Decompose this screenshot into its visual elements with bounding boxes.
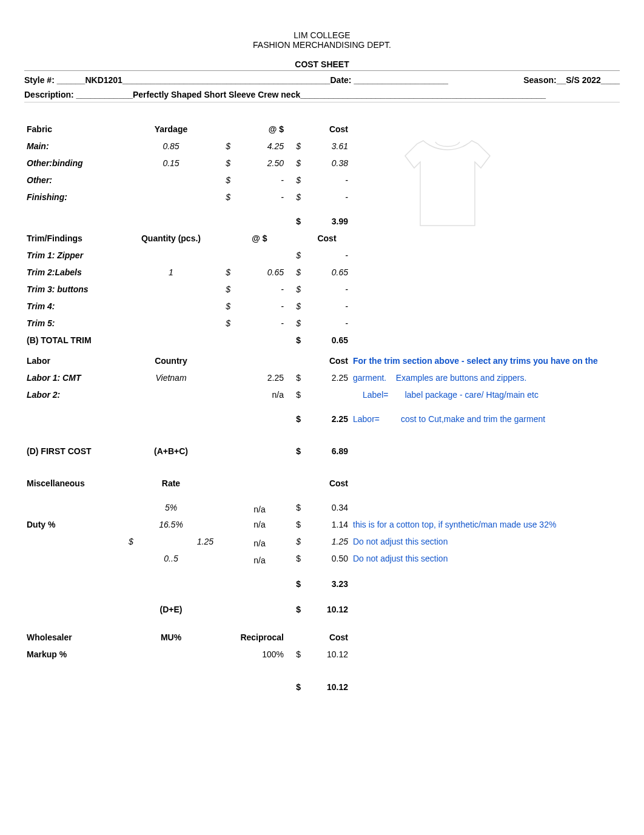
trim-cost: - [303, 247, 351, 264]
fabric-subtotal: 3.99 [303, 213, 351, 230]
first-cost-label: (D) FIRST COST [24, 443, 126, 460]
desc-value: Perfectly Shaped Short Sleeve Crew neck [133, 90, 300, 99]
trim-rate: - [233, 281, 286, 298]
labor-note: cost to Cut,make and trim the garment [401, 414, 545, 424]
trim-at-head: @ $ [233, 230, 286, 247]
wh-cost-head: Cost [303, 629, 351, 646]
misc-note: Do not adjust this section [351, 550, 620, 567]
misc-cost: 1.14 [303, 516, 351, 533]
fabric-yardage: 0.15 [126, 155, 216, 172]
rate-head: Rate [126, 475, 216, 492]
fabric-row-label: Finishing: [24, 189, 126, 206]
labor-cost-head: Cost [303, 352, 351, 369]
de-value: 10.12 [303, 601, 351, 618]
misc-subtotal: 3.23 [303, 575, 351, 592]
labor-rate: n/a [233, 386, 286, 403]
de-label: (D+E) [126, 601, 216, 618]
qty-head: Quantity (pcs.) [126, 230, 216, 247]
misc-note: this is for a cotton top, if synthetic/m… [351, 516, 620, 533]
trim-row-label: Trim 2:Labels [24, 264, 126, 281]
mu-head: MU% [126, 629, 216, 646]
date-label: Date: ____________________ [330, 75, 448, 85]
desc-trail: ________________________________________… [300, 90, 546, 99]
trim-cost: - [303, 298, 351, 315]
trim-cost: - [303, 281, 351, 298]
trim-cost: - [303, 315, 351, 332]
misc-cost-head: Cost [303, 475, 351, 492]
fabric-rate: - [233, 172, 286, 189]
misc-rate: 5% [126, 499, 216, 516]
misc-table: Miscellaneous Rate Cost 5% n/a $ 0.34 Du… [24, 475, 620, 618]
style-label: Style #: ______ [24, 75, 85, 85]
fabric-yardage: 0.85 [126, 138, 216, 155]
fabric-cost: - [303, 189, 351, 206]
recip-value: 100% [233, 646, 286, 663]
trim-total-label: (B) TOTAL TRIM [24, 332, 126, 349]
trim-head: Trim/Findings [24, 230, 126, 247]
fabric-cost: 3.61 [303, 138, 351, 155]
labor-subtotal: 2.25 [303, 411, 351, 428]
fabric-cost: - [303, 172, 351, 189]
misc-prefix: $ [129, 537, 133, 546]
misc-cost: 0.50 [303, 550, 351, 567]
yardage-head: Yardage [126, 121, 216, 138]
labor-table: Labor Country Cost For the trim section … [24, 352, 620, 428]
wh-total: 10.12 [303, 679, 351, 696]
trim-row-label: Trim 3: buttons [24, 281, 126, 298]
trim-rate: 0.65 [233, 264, 286, 281]
labor-head: Labor [24, 352, 126, 369]
labor-rate: 2.25 [233, 369, 286, 386]
org-line2: FASHION MERCHANDISING DEPT. [24, 40, 620, 50]
labor-note: Labor= [353, 414, 380, 424]
labor-note: For the trim section above - select any … [351, 352, 620, 369]
trim-row-label: Trim 5: [24, 315, 126, 332]
wh-cost: 10.12 [303, 646, 351, 663]
misc-mid: n/a [233, 533, 286, 550]
trim-rate: - [233, 315, 286, 332]
wholesale-table: Wholesaler MU% Reciprocal Cost Markup % … [24, 629, 620, 696]
garment-sketch [387, 122, 508, 244]
labor-note: Label= [363, 390, 388, 400]
trim-row-label: Trim 4: [24, 298, 126, 315]
season-value: S/S 2022____ [566, 75, 620, 85]
trim-row-label: Trim 1: Zipper [24, 247, 126, 264]
recip-head: Reciprocal [233, 629, 286, 646]
misc-cost: 0.34 [303, 499, 351, 516]
misc-head: Miscellaneous [24, 475, 126, 492]
labor-country: Vietnam [126, 369, 216, 386]
country-head: Country [126, 352, 216, 369]
fabric-row-label: Other:binding [24, 155, 126, 172]
style-trail: ________________________________________… [122, 75, 330, 85]
misc-rate: 1.25 [197, 537, 213, 546]
trim-qty: 1 [126, 264, 216, 281]
first-cost-table: (D) FIRST COST (A+B+C) $ 6.89 [24, 443, 620, 460]
trim-total: 0.65 [303, 332, 351, 349]
markup-label: Markup % [24, 646, 126, 663]
fabric-rate: 4.25 [233, 138, 286, 155]
misc-cost: 1.25 [303, 533, 351, 550]
first-cost-value: 6.89 [303, 443, 351, 460]
wh-head: Wholesaler [24, 629, 126, 646]
page-title: COST SHEET [24, 56, 620, 71]
first-cost-formula: (A+B+C) [126, 443, 216, 460]
labor-row-label: Labor 1: CMT [24, 369, 126, 386]
misc-row-label: Duty % [24, 516, 126, 533]
misc-rate: 0..5 [126, 550, 216, 567]
misc-mid: n/a [233, 499, 286, 516]
at-head: @ $ [233, 121, 286, 138]
misc-note: Do not adjust this section [351, 533, 620, 550]
cost-head: Cost [303, 121, 351, 138]
labor-row-label: Labor 2: [24, 386, 126, 403]
fabric-row-label: Other: [24, 172, 126, 189]
labor-note: label package - care/ Htag/main etc [405, 390, 538, 400]
fabric-rate: - [233, 189, 286, 206]
fabric-row-label: Main: [24, 138, 126, 155]
labor-note: garment. [353, 373, 386, 383]
fabric-table: Fabric Yardage @ $ Cost Main: 0.85 $ 4.2… [24, 121, 620, 349]
fabric-head: Fabric [24, 121, 126, 138]
desc-label: Description: ____________ [24, 90, 133, 99]
misc-mid: n/a [233, 550, 286, 567]
org-line1: LIM COLLEGE [24, 30, 620, 40]
trim-cost-head: Cost [303, 230, 351, 247]
misc-mid: n/a [233, 516, 286, 533]
